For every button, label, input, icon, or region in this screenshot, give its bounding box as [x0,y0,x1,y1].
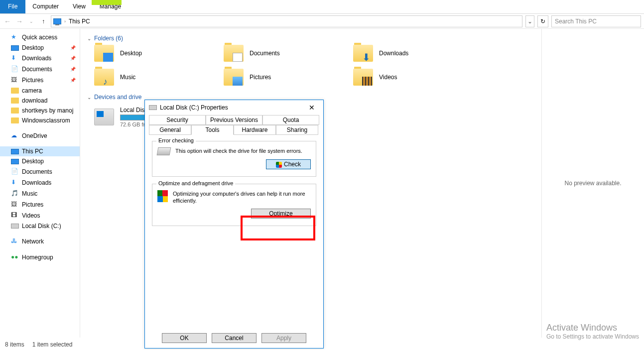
tab-quota[interactable]: Quota [262,115,319,125]
sidebar-network[interactable]: 🖧Network [0,236,80,247]
group-text: Optimizing your computer's drives can he… [173,190,311,205]
sidebar-quickaccess[interactable]: ★ Quick access [0,32,80,43]
status-selected: 1 item selected [32,341,73,348]
sidebar-item-downloads[interactable]: ⬇Downloads📌 [0,53,80,64]
sidebar-item-shortkeys[interactable]: shortkeys by manoj [0,106,80,116]
sidebar-thispc[interactable]: This PC [0,146,80,156]
check-button[interactable]: Check [266,159,311,169]
dialog-title: Local Disk (C:) Properties [160,104,228,111]
folder-icon [11,117,19,123]
drive-icon [11,224,19,229]
tab-security[interactable]: Security [149,115,206,125]
folder-videos[interactable]: Videos [353,69,483,86]
sidebar-label: download [22,97,47,104]
tab-previous-versions[interactable]: Previous Versions [206,115,262,125]
sidebar-item-documents[interactable]: 📄Documents📌 [0,64,80,75]
sidebar-label: Local Disk (C:) [22,223,61,230]
folder-icon [224,45,244,62]
hdd-icon [157,147,171,155]
group-text: This option will check the drive for fil… [175,147,302,154]
preview-pane: No preview available. [542,29,644,338]
section-folders[interactable]: ⌄ Folders (6) [87,32,534,45]
sidebar-item-windowsclassroom[interactable]: Windowsclassrom [0,116,80,125]
sidebar-pc-music[interactable]: 🎵Music [0,188,80,199]
activation-watermark: Activate Windows Go to Settings to activ… [546,323,639,340]
group-legend: Optimize and defragment drive [156,180,235,186]
folder-label: Documents [250,50,280,57]
folder-pictures[interactable]: Pictures [224,69,353,86]
folder-desktop[interactable]: Desktop [94,45,224,62]
apply-button[interactable]: Apply [261,333,306,343]
sidebar-label: Downloads [22,179,51,186]
folder-downloads[interactable]: ⬇Downloads [353,45,483,62]
folder-icon [353,69,373,86]
sidebar-item-camera[interactable]: camera [0,86,80,96]
sidebar-pc-localdisk[interactable]: Local Disk (C:) [0,221,80,231]
chevron-icon: › [64,19,66,24]
sidebar-label: Videos [22,212,40,219]
sidebar-pc-pictures[interactable]: 🖼Pictures [0,199,80,210]
folder-icon [224,69,244,86]
sidebar-label: This PC [22,148,43,155]
nav-up[interactable]: ↑ [39,18,48,25]
tab-file[interactable]: File [0,0,25,13]
pin-icon: 📌 [70,67,76,72]
tab-hardware[interactable]: Hardware [234,125,276,135]
close-button[interactable]: ✕ [304,104,319,112]
pictures-icon: 🖼 [11,201,19,209]
sidebar-label: Pictures [22,77,43,84]
sidebar-item-desktop[interactable]: Desktop📌 [0,43,80,53]
tab-computer[interactable]: Computer [25,0,66,13]
dialog-titlebar[interactable]: Local Disk (C:) Properties ✕ [145,100,323,115]
video-icon: 🎞 [11,212,19,220]
refresh-button[interactable]: ↻ [537,15,548,27]
highlight-optimize [241,216,315,240]
tab-tools[interactable]: Tools [191,125,234,135]
search-input[interactable]: Search This PC [551,15,641,27]
sidebar-label: Homegroup [22,254,53,261]
music-icon: 🎵 [11,190,19,198]
sidebar-pc-downloads[interactable]: ⬇Downloads [0,177,80,188]
sidebar-pc-desktop[interactable]: Desktop [0,156,80,166]
nav-recent[interactable]: ⌄ [27,19,36,24]
tab-general[interactable]: General [149,125,191,135]
tab-sharing[interactable]: Sharing [276,125,318,135]
sidebar-label: camera [22,87,42,94]
sidebar-label: Quick access [22,34,57,41]
folder-music[interactable]: ♪Music [94,69,224,86]
folder-label: Desktop [120,50,142,57]
drive-icon [149,105,157,110]
nav-forward[interactable]: → [15,17,24,25]
sidebar-homegroup[interactable]: ●●Homegroup [0,252,80,263]
ok-button[interactable]: OK [162,333,207,343]
nav-back[interactable]: ← [3,17,12,25]
pin-icon: 📌 [70,45,76,50]
sidebar-label: Documents [22,168,52,175]
folder-label: Pictures [250,74,271,81]
tab-manage-highlight [92,0,122,5]
address-drop[interactable]: ⌄ [525,15,534,27]
sidebar-label: Documents [22,66,52,73]
sidebar-label: OneDrive [22,132,47,139]
cancel-button[interactable]: Cancel [212,333,257,343]
sidebar-item-pictures[interactable]: 🖼Pictures📌 [0,75,80,86]
statusbar: 8 items 1 item selected [0,339,77,350]
section-title: Folders (6) [94,35,123,42]
sidebar-pc-documents[interactable]: 📄Documents [0,166,80,177]
sidebar-onedrive[interactable]: ☁OneDrive [0,130,80,141]
watermark-title: Activate Windows [546,323,639,333]
drive-icon [94,109,114,125]
folder-documents[interactable]: Documents [224,45,353,62]
properties-dialog: Local Disk (C:) Properties ✕ Security Pr… [144,100,324,349]
tab-view[interactable]: View [66,0,93,13]
folder-icon: ♪ [94,69,114,86]
thispc-icon [11,149,19,154]
sidebar-item-download[interactable]: download [0,96,80,106]
sidebar-pc-videos[interactable]: 🎞Videos [0,210,80,221]
chevron-down-icon: ⌄ [87,95,91,100]
address-bar[interactable]: › This PC [51,15,522,27]
download-icon: ⬇ [11,179,19,187]
navbar: ← → ⌄ ↑ › This PC ⌄ ↻ Search This PC [0,14,644,29]
folder-icon [11,98,19,104]
preview-empty-text: No preview available. [564,180,621,187]
